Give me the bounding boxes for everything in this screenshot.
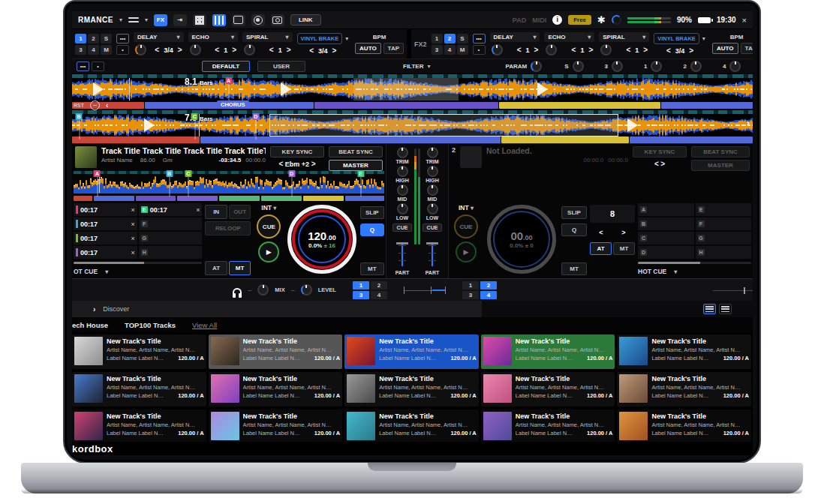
fx-panel-icon[interactable]: FX <box>154 14 167 26</box>
level-knob[interactable] <box>301 284 312 296</box>
monitor-deck-select-right[interactable]: 12 34 <box>462 281 497 299</box>
pad-knob[interactable] <box>651 61 662 72</box>
track-card[interactable]: New Track's Title Artist Name, Artist Na… <box>209 334 343 369</box>
trim-knob[interactable] <box>427 147 438 158</box>
list-view-icon[interactable] <box>703 304 716 314</box>
track-card[interactable]: New Track's Title Artist Name, Artist Na… <box>209 410 343 442</box>
hot-cue-e[interactable]: E <box>696 203 752 216</box>
delete-cue-icon[interactable]: × <box>131 249 134 256</box>
pad-button[interactable]: PAD <box>513 16 526 24</box>
fx2-assign-buttons[interactable]: 12S 34M <box>432 34 468 55</box>
at-button[interactable]: AT <box>205 261 227 275</box>
crossfader[interactable] <box>404 285 446 296</box>
channel-fader[interactable] <box>424 235 441 268</box>
part-button[interactable]: PART <box>426 270 440 275</box>
deck2-play-button[interactable]: ▶ <box>456 242 477 262</box>
track-card[interactable]: New Track's Title Artist Name, Artist Na… <box>617 410 751 442</box>
quantize-button[interactable]: Q <box>360 224 384 236</box>
track-card[interactable]: New Track's Title Artist Name, Artist Na… <box>72 372 206 406</box>
deck1-play-button[interactable]: ▶ <box>258 242 279 262</box>
hot-cue-b[interactable]: B <box>638 218 694 230</box>
detail-view-icon[interactable] <box>719 304 732 314</box>
tab-top100-tracks[interactable]: TOP100 Tracks <box>125 321 176 329</box>
hot-cue-c[interactable]: 00:17× <box>74 232 137 244</box>
close-icon[interactable]: × <box>742 16 747 25</box>
deck2-cue-button[interactable]: CUE <box>454 214 478 238</box>
pad-knob[interactable] <box>573 61 584 72</box>
deck1-overview[interactable]: ABCDE <box>72 171 386 202</box>
hot-cue-f[interactable]: F <box>696 218 752 230</box>
hot-cue-marker[interactable]: A <box>225 77 232 84</box>
track-card[interactable]: New Track's Title Artist Name, Artist Na… <box>617 372 751 406</box>
hot-cue-marker[interactable]: B <box>166 170 173 177</box>
monitor-deck-select-left[interactable]: 12 34 <box>353 281 387 299</box>
hot-cue-f[interactable]: F <box>139 218 203 230</box>
loop-out-button[interactable]: OUT <box>229 205 251 219</box>
fx-bpm-auto-button[interactable]: AUTO <box>712 43 738 54</box>
fx-beat-picker[interactable]: <1> <box>517 46 539 54</box>
param-knob[interactable] <box>531 61 542 72</box>
browser-section-title[interactable]: Discover <box>103 305 129 313</box>
video-icon[interactable] <box>232 14 245 26</box>
deck1-cue-button[interactable]: CUE <box>257 214 281 238</box>
mid-knob[interactable] <box>427 184 438 196</box>
sampler-volume-slider[interactable] <box>713 286 753 294</box>
deck1-key-stepper[interactable]: < Ebm +2 > <box>270 160 324 168</box>
trim-knob[interactable] <box>397 147 408 158</box>
phrase-prev-icon[interactable]: ‹ <box>106 101 108 110</box>
quantize-button[interactable]: Q <box>561 224 587 236</box>
release-fx-name[interactable]: VINYL BRAKE <box>297 33 343 44</box>
track-card[interactable]: New Track's Title Artist Name, Artist Na… <box>617 334 751 369</box>
channel-cue-button[interactable]: CUE <box>423 224 443 232</box>
mode-selector[interactable]: RMANCE <box>78 16 113 24</box>
deck1-int-select[interactable]: INT ▾ <box>261 204 276 212</box>
deck2-key-stepper[interactable]: < > <box>633 160 687 168</box>
hot-cue-c[interactable]: C <box>638 232 694 244</box>
deck1-key-sync-button[interactable]: KEY SYNC <box>270 146 324 158</box>
hot-cue-g[interactable]: G <box>139 232 203 244</box>
delete-cue-icon[interactable]: × <box>131 206 134 214</box>
pad-default-button[interactable]: DEFAULT <box>202 61 250 72</box>
loop-in-button[interactable]: IN <box>205 205 227 219</box>
hot-cue-d[interactable]: 00:17× <box>74 246 137 259</box>
reloop-button[interactable]: RELOOP <box>205 221 251 236</box>
slip-button[interactable]: SLIP <box>561 206 587 219</box>
fx-beat-picker[interactable]: <3/4> <box>297 46 350 55</box>
part-button[interactable]: PART <box>395 270 410 275</box>
pad-knob[interactable] <box>690 61 702 72</box>
hot-cue-scrollbar[interactable] <box>638 262 751 264</box>
hot-cue-h[interactable]: H <box>696 246 752 259</box>
chevron-right-icon[interactable]: › <box>93 305 95 314</box>
capture-icon[interactable] <box>271 14 284 26</box>
deck2-int-select[interactable]: INT ▾ <box>459 204 474 212</box>
beatgrid-icon[interactable]: ⇥ <box>173 14 187 26</box>
deck2-beat-sync-button[interactable]: BEAT SYNC <box>691 146 750 158</box>
track-card[interactable]: New Track's Title Artist Name, Artist Na… <box>209 372 343 406</box>
phrase-next-icon[interactable]: › <box>747 117 750 128</box>
fx2-more-buttons[interactable]: •••• <box>473 34 486 55</box>
deck1-hot-cue-menu[interactable]: OT CUE <box>74 268 98 275</box>
pad-more-buttons[interactable]: •••• <box>77 62 104 71</box>
hot-cue-marker[interactable]: C <box>185 170 191 177</box>
slip-button[interactable]: SLIP <box>360 206 384 219</box>
track-card[interactable]: New Track's Title Artist Name, Artist Na… <box>481 334 615 369</box>
hot-cue-h[interactable]: H <box>139 246 203 259</box>
fx-beat-picker[interactable]: <3/4> <box>654 46 706 55</box>
delete-cue-icon[interactable]: × <box>131 220 134 228</box>
track-card[interactable]: New Track's Title Artist Name, Artist Na… <box>344 334 479 369</box>
fx-beat-picker[interactable]: <1> <box>572 46 594 54</box>
info-icon[interactable]: i <box>552 15 562 25</box>
fx-bpm-tap-button[interactable]: TAP <box>741 43 753 54</box>
fx-level-knob[interactable] <box>244 44 255 56</box>
delete-cue-icon[interactable]: × <box>196 206 200 214</box>
fx-level-knob[interactable] <box>600 44 612 56</box>
fx-beat-picker[interactable]: <3/4> <box>155 46 182 54</box>
beat-jump-stepper[interactable]: <> <box>590 226 635 239</box>
deck2-hot-cue-menu[interactable]: HOT CUE <box>638 268 666 275</box>
deck1-beat-sync-button[interactable]: BEAT SYNC <box>329 146 383 158</box>
hot-cue-marker[interactable]: C <box>191 113 198 120</box>
track-card[interactable]: New Track's Title Artist Name, Artist Na… <box>344 410 479 442</box>
high-knob[interactable] <box>427 166 438 177</box>
track-card[interactable]: New Track's Title Artist Name, Artist Na… <box>344 372 479 406</box>
deck1-master-button[interactable]: MASTER <box>329 160 383 171</box>
